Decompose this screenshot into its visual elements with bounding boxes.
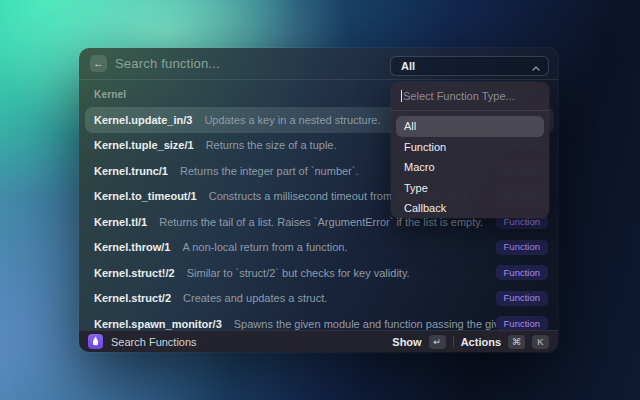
dropdown-option-label: Callback [404,202,446,214]
dropdown-options: All Function Macro Type Callback [391,111,549,218]
dropdown-option-label: Type [404,182,428,194]
function-name: Kernel.throw/1 [94,241,170,253]
show-label: Show [392,336,421,348]
arrow-left-icon: ← [93,58,104,69]
function-name: Kernel.struct!/2 [94,267,175,279]
footer-divider [453,336,454,347]
return-key-icon[interactable]: ↵ [429,335,446,349]
desktop-wallpaper: ← Search function... All Kernel Kernel.u… [0,0,640,400]
dropdown-option[interactable]: Callback [396,198,544,218]
dropdown-option-label: All [404,120,416,132]
function-type-dropdown: Select Function Type... All Function Mac… [391,82,549,218]
selected-filter-value: All [401,60,532,72]
function-name: Kernel.struct/2 [94,292,171,304]
section-header: Kernel [94,89,126,100]
elixir-drop-icon [88,334,103,349]
function-list-item[interactable]: Kernel.struct!/2 Similar to `struct/2` b… [85,260,554,286]
function-type-badge: Function [496,291,548,306]
function-name: Kernel.tl/1 [94,216,147,228]
function-description: Returns the integer part of `number`. [180,165,359,177]
function-type-filter-input[interactable]: Select Function Type... [391,82,549,110]
function-type-badge: Function [496,316,548,330]
function-type-badge: Function [496,265,548,280]
function-description: Returns the size of a tuple. [206,139,337,151]
back-button[interactable]: ← [90,55,107,72]
command-key-icon[interactable]: ⌘ [508,335,525,349]
dropdown-option-label: Function [404,141,446,153]
footer-bar: Search Functions Show ↵ Actions ⌘ K [79,330,558,352]
function-list-item[interactable]: Kernel.throw/1 A non-local return from a… [85,235,554,261]
function-name: Kernel.update_in/3 [94,114,192,126]
function-description: Similar to `struct/2` but checks for key… [187,267,410,279]
app-name-label: Search Functions [111,336,392,348]
function-name: Kernel.trunc/1 [94,165,168,177]
search-window: ← Search function... All Kernel Kernel.u… [79,48,558,352]
function-name: Kernel.spawn_monitor/3 [94,318,222,330]
function-name: Kernel.tuple_size/1 [94,139,194,151]
footer-shortcuts: Show ↵ Actions ⌘ K [392,335,549,349]
dropdown-option[interactable]: Macro [396,157,544,178]
function-type-badge: Function [496,240,548,255]
dropdown-option[interactable]: All [396,116,544,137]
function-list-item[interactable]: Kernel.struct/2 Creates and updates a st… [85,286,554,312]
function-name: Kernel.to_timeout/1 [94,190,197,202]
function-description: Updates a key in a nested structure. [204,114,380,126]
dropdown-option[interactable]: Function [396,137,544,158]
function-description: Spawns the given module and function pas… [234,318,496,330]
function-description: A non-local return from a function. [182,241,347,253]
function-type-select[interactable]: All [390,56,549,76]
k-key-icon[interactable]: K [532,335,549,349]
function-list-item[interactable]: Kernel.spawn_monitor/3 Spawns the given … [85,311,554,330]
text-cursor [401,90,402,102]
dropdown-option[interactable]: Type [396,178,544,199]
dropdown-option-label: Macro [404,161,435,173]
function-description: Creates and updates a struct. [183,292,327,304]
chevron-up-icon [532,57,540,75]
actions-label: Actions [461,336,501,348]
filter-input-placeholder: Select Function Type... [403,90,515,102]
